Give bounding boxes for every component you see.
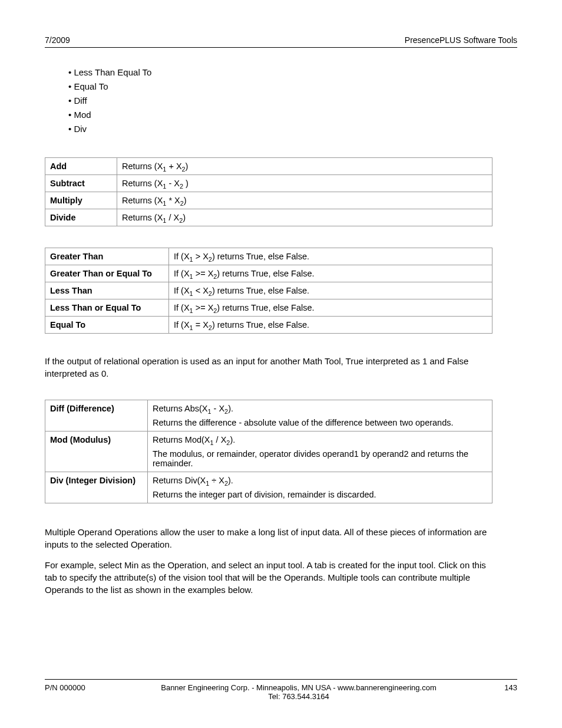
list-item: Less Than Equal To [68, 65, 517, 80]
part-number: P/N 000000 [45, 683, 115, 692]
op-desc: Returns (X1 / X2) [117, 209, 492, 226]
op-label: Less Than [45, 282, 169, 299]
op-label: Mod (Modulus) [45, 431, 148, 472]
footer-tel: Tel: 763.544.3164 [268, 692, 329, 701]
desc-line: Returns the difference - absolute value … [153, 418, 487, 427]
desc-line: Returns Mod(X1 / X2). [153, 435, 487, 444]
bullet-list: Less Than Equal To Equal To Diff Mod Div [68, 65, 517, 136]
op-desc: Returns Mod(X1 / X2). The modulus, or re… [148, 431, 492, 472]
table-row: DivideReturns (X1 / X2) [45, 209, 492, 226]
multi-operand-para-2: For example, select Min as the Operation… [45, 559, 492, 596]
page-header: 7/2009 PresencePLUS Software Tools [45, 35, 517, 48]
op-label: Add [45, 158, 117, 175]
page-number: 143 [482, 683, 517, 692]
header-title: PresencePLUS Software Tools [405, 35, 517, 45]
multi-operand-para-1: Multiple Operand Operations allow the us… [45, 526, 492, 551]
arithmetic-table: AddReturns (X1 + X2) SubtractReturns (X1… [45, 157, 492, 226]
list-item: Div [68, 122, 517, 136]
page: 7/2009 PresencePLUS Software Tools Less … [0, 0, 562, 728]
op-desc: If (X1 > X2) returns True, else False. [169, 248, 492, 265]
op-label: Diff (Difference) [45, 400, 148, 431]
op-label: Greater Than [45, 248, 169, 265]
op-label: Less Than or Equal To [45, 299, 169, 317]
page-footer: P/N 000000 Banner Engineering Corp. - Mi… [45, 679, 517, 701]
op-label: Divide [45, 209, 117, 226]
desc-line: Returns Abs(X1 - X2). [153, 404, 487, 413]
header-date: 7/2009 [45, 35, 70, 45]
footer-center: Banner Engineering Corp. - Minneapolis, … [115, 683, 482, 701]
op-desc: If (X1 >= X2) returns True, else False. [169, 265, 492, 282]
table-row: MultiplyReturns (X1 * X2) [45, 192, 492, 209]
table-row: Greater ThanIf (X1 > X2) returns True, e… [45, 248, 492, 265]
desc-line: The modulus, or remainder, operator divi… [153, 449, 487, 468]
op-desc: Returns Div(X1 ÷ X2). Returns the intege… [148, 472, 492, 503]
footer-company: Banner Engineering Corp. - Minneapolis, … [161, 683, 437, 692]
op-desc: If (X1 = X2) returns True, else False. [169, 317, 492, 334]
op-label: Subtract [45, 175, 117, 192]
op-desc: Returns (X1 + X2) [117, 158, 492, 175]
table-row: Less ThanIf (X1 < X2) returns True, else… [45, 282, 492, 299]
table-row: Diff (Difference) Returns Abs(X1 - X2). … [45, 400, 492, 431]
special-ops-table: Diff (Difference) Returns Abs(X1 - X2). … [45, 400, 492, 503]
spacer [45, 514, 517, 526]
op-desc: If (X1 < X2) returns True, else False. [169, 282, 492, 299]
desc-line: Returns Div(X1 ÷ X2). [153, 476, 487, 485]
op-desc: Returns Abs(X1 - X2). Returns the differ… [148, 400, 492, 431]
op-desc: Returns (X1 * X2) [117, 192, 492, 209]
table-row: AddReturns (X1 + X2) [45, 158, 492, 175]
list-item: Equal To [68, 80, 517, 94]
table-row: SubtractReturns (X1 - X2 ) [45, 175, 492, 192]
table-row: Equal ToIf (X1 = X2) returns True, else … [45, 317, 492, 334]
table-row: Div (Integer Division) Returns Div(X1 ÷ … [45, 472, 492, 503]
table-row: Greater Than or Equal ToIf (X1 >= X2) re… [45, 265, 492, 282]
table-row: Less Than or Equal ToIf (X1 >= X2) retur… [45, 299, 492, 317]
op-label: Multiply [45, 192, 117, 209]
op-desc: If (X1 >= X2) returns True, else False. [169, 299, 492, 317]
op-label: Div (Integer Division) [45, 472, 148, 503]
table-row: Mod (Modulus) Returns Mod(X1 / X2). The … [45, 431, 492, 472]
relational-note: If the output of relational operation is… [45, 355, 492, 380]
spacer [45, 388, 517, 400]
op-label: Equal To [45, 317, 169, 334]
desc-line: Returns the integer part of division, re… [153, 490, 487, 499]
op-desc: Returns (X1 - X2 ) [117, 175, 492, 192]
relational-table: Greater ThanIf (X1 > X2) returns True, e… [45, 248, 492, 334]
op-label: Greater Than or Equal To [45, 265, 169, 282]
list-item: Mod [68, 108, 517, 122]
list-item: Diff [68, 94, 517, 108]
